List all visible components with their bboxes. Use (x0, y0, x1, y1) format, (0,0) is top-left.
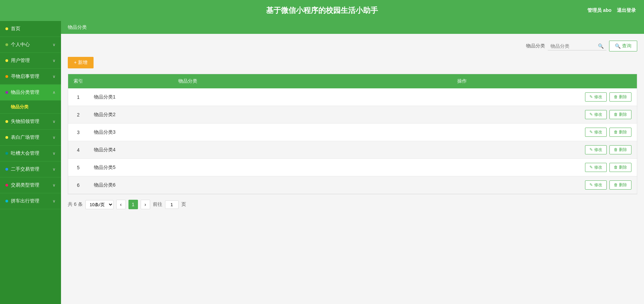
chevron-secondhand: ∨ (53, 167, 56, 172)
search-icon: 🔍 (598, 43, 604, 49)
sidebar-label-personal: 个人中心 (11, 42, 30, 48)
cell-action: ✎ 修改 🗑 删除 (287, 88, 637, 106)
main-content: 物品分类 物品分类 🔍 🔍 查询 + 新增 (61, 21, 644, 304)
sidebar-item-lost-found[interactable]: 寻物启事管理 ∨ (0, 69, 61, 85)
delete-button[interactable]: 🗑 删除 (609, 128, 631, 137)
goto-input[interactable] (165, 200, 179, 209)
cell-name: 物品分类3 (88, 124, 287, 141)
chevron-confession: ∨ (53, 135, 56, 140)
sidebar-dot-lostfound (5, 75, 8, 78)
sidebar-label-lostclaim: 失物招领管理 (11, 118, 39, 125)
app-title: 基于微信小程序的校园生活小助手 (266, 6, 378, 15)
pagination: 共 6 条 10条/页 20条/页 50条/页 ‹ 1 › 前往 页 (68, 194, 637, 215)
breadcrumb: 物品分类 (68, 24, 87, 30)
sidebar-label-confession: 表白广场管理 (11, 134, 39, 140)
cell-index: 2 (68, 106, 88, 124)
sidebar-label-tradetype: 交易类型管理 (11, 182, 39, 188)
chevron-complaint: ∨ (53, 151, 56, 156)
sidebar-label-secondhand: 二手交易管理 (11, 166, 39, 172)
edit-button[interactable]: ✎ 修改 (585, 128, 606, 137)
sidebar-item-secondhand[interactable]: 二手交易管理 ∨ (0, 161, 61, 177)
search-button-label: 查询 (622, 43, 631, 49)
edit-button[interactable]: ✎ 修改 (585, 145, 606, 154)
search-button[interactable]: 🔍 查询 (609, 41, 637, 51)
delete-button[interactable]: 🗑 删除 (609, 110, 631, 119)
chevron-user: ∨ (53, 58, 56, 63)
edit-button[interactable]: ✎ 修改 (585, 163, 606, 172)
admin-label: 管理员 abo (587, 7, 611, 14)
sidebar-subitem-item-category[interactable]: 物品分类 (0, 101, 61, 114)
search-bar: 物品分类 🔍 🔍 查询 (68, 41, 637, 51)
sidebar-dot-tradetype (5, 184, 8, 187)
chevron-carpool: ∨ (53, 199, 56, 203)
search-input-wrap: 🔍 (548, 42, 606, 50)
col-index: 索引 (68, 74, 88, 88)
cell-index: 1 (68, 88, 88, 106)
table-row: 6 物品分类6 ✎ 修改 🗑 删除 (68, 176, 637, 194)
sidebar-item-carpool[interactable]: 拼车出行管理 ∨ (0, 193, 61, 209)
cell-name: 物品分类5 (88, 159, 287, 176)
sidebar-item-tradetype[interactable]: 交易类型管理 ∨ (0, 177, 61, 193)
sidebar-dot-confession (5, 136, 8, 139)
table-header-row: 索引 物品分类 操作 (68, 74, 637, 88)
chevron-lostfound: ∨ (53, 74, 56, 79)
page-size-select[interactable]: 10条/页 20条/页 50条/页 (85, 200, 114, 209)
table-row: 3 物品分类3 ✎ 修改 🗑 删除 (68, 124, 637, 141)
delete-button[interactable]: 🗑 删除 (609, 145, 631, 154)
edit-button[interactable]: ✎ 修改 (585, 110, 606, 119)
goto-label: 前往 (153, 201, 162, 208)
sidebar-dot-secondhand (5, 168, 8, 171)
sidebar-item-personal[interactable]: 个人中心 ∨ (0, 37, 61, 53)
app-header: 基于微信小程序的校园生活小助手 管理员 abo 退出登录 (0, 0, 644, 21)
sidebar-dot-itemcat (5, 91, 8, 94)
delete-button[interactable]: 🗑 删除 (609, 180, 631, 190)
cell-name: 物品分类1 (88, 88, 287, 106)
cell-index: 5 (68, 159, 88, 176)
sidebar-item-item-category[interactable]: 物品分类管理 ∧ (0, 85, 61, 101)
sidebar-item-confession[interactable]: 表白广场管理 ∨ (0, 130, 61, 146)
sidebar-item-complaint[interactable]: 吐槽大会管理 ∨ (0, 146, 61, 161)
delete-button[interactable]: 🗑 删除 (609, 163, 631, 172)
cell-action: ✎ 修改 🗑 删除 (287, 159, 637, 176)
chevron-itemcat: ∧ (53, 90, 56, 95)
search-label: 物品分类 (526, 43, 545, 49)
sidebar-item-user-mgmt[interactable]: 用户管理 ∨ (0, 53, 61, 69)
content-area: 物品分类 🔍 🔍 查询 + 新增 索引 物品分类 (61, 34, 644, 221)
sidebar-dot-home (5, 27, 8, 30)
table-row: 2 物品分类2 ✎ 修改 🗑 删除 (68, 106, 637, 124)
total-count: 共 6 条 (68, 201, 83, 208)
prev-page-button[interactable]: ‹ (116, 200, 126, 209)
sidebar-label-home: 首页 (11, 26, 20, 32)
sidebar-label-user: 用户管理 (11, 58, 30, 64)
table-row: 1 物品分类1 ✎ 修改 🗑 删除 (68, 88, 637, 106)
edit-button[interactable]: ✎ 修改 (585, 92, 606, 102)
logout-button[interactable]: 退出登录 (617, 7, 636, 14)
cell-name: 物品分类2 (88, 106, 287, 124)
sidebar-dot-complaint (5, 152, 8, 155)
table-row: 4 物品分类4 ✎ 修改 🗑 删除 (68, 141, 637, 159)
chevron-tradetype: ∨ (53, 183, 56, 188)
sidebar-dot-user (5, 59, 8, 62)
sidebar-label-complaint: 吐槽大会管理 (11, 150, 39, 156)
cell-action: ✎ 修改 🗑 删除 (287, 106, 637, 124)
sidebar-label-lostfound: 寻物启事管理 (11, 73, 39, 80)
sidebar-item-home[interactable]: 首页 (0, 21, 61, 37)
data-table: 索引 物品分类 操作 1 物品分类1 ✎ 修改 🗑 删除 2 物品分类2 ✎ 修… (68, 74, 637, 194)
sidebar-label-itemcat: 物品分类管理 (11, 89, 39, 95)
header-right: 管理员 abo 退出登录 (587, 7, 636, 14)
next-page-button[interactable]: › (141, 200, 150, 209)
col-name: 物品分类 (88, 74, 287, 88)
sidebar-label-carpool: 拼车出行管理 (11, 198, 39, 204)
cell-action: ✎ 修改 🗑 删除 (287, 141, 637, 159)
page-1-button[interactable]: 1 (128, 200, 138, 209)
cell-name: 物品分类6 (88, 176, 287, 194)
cell-index: 3 (68, 124, 88, 141)
delete-button[interactable]: 🗑 删除 (609, 92, 631, 102)
breadcrumb-bar: 物品分类 (61, 21, 644, 34)
add-button[interactable]: + 新增 (68, 57, 94, 68)
search-input[interactable] (550, 43, 598, 49)
edit-button[interactable]: ✎ 修改 (585, 180, 606, 190)
col-action: 操作 (287, 74, 637, 88)
sidebar-dot-lostclaim (5, 120, 8, 123)
sidebar-item-lost-claim[interactable]: 失物招领管理 ∨ (0, 114, 61, 130)
